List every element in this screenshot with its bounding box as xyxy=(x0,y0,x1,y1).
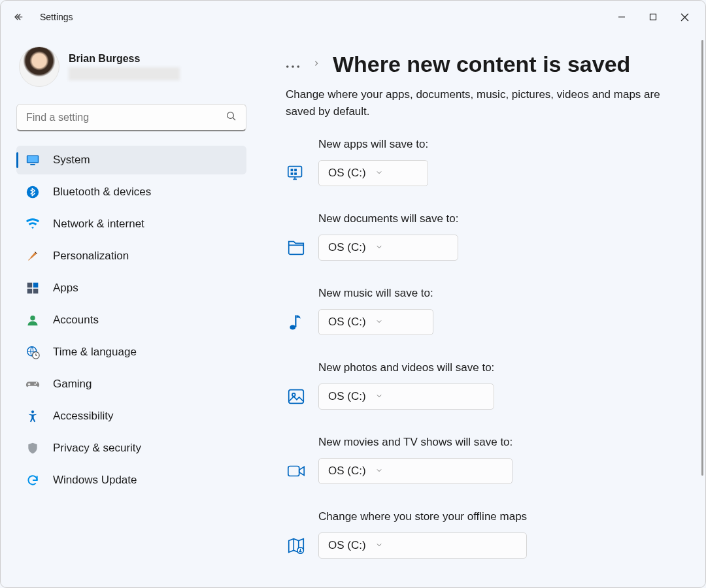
sidebar-item-personalization[interactable]: Personalization xyxy=(16,242,246,270)
sidebar-item-label: Privacy & security xyxy=(53,442,141,455)
svg-rect-24 xyxy=(291,172,294,175)
sidebar-item-label: Accounts xyxy=(53,314,99,327)
scrollbar[interactable] xyxy=(700,40,704,585)
map-icon xyxy=(286,535,307,556)
scrollbar-thumb[interactable] xyxy=(701,40,703,476)
user-account-row[interactable]: Brian Burgess xyxy=(16,46,246,87)
back-button[interactable] xyxy=(6,4,32,30)
folder-icon xyxy=(286,237,307,258)
breadcrumb-overflow-menu[interactable] xyxy=(286,57,300,73)
monitor-apps-icon xyxy=(286,163,307,184)
maximize-button[interactable] xyxy=(637,4,669,30)
sidebar-item-bluetooth[interactable]: Bluetooth & devices xyxy=(16,178,246,206)
movies-drive-dropdown[interactable]: OS (C:) xyxy=(318,458,513,484)
dropdown-value: OS (C:) xyxy=(328,316,366,329)
setting-label: New apps will save to: xyxy=(318,138,428,151)
sidebar-item-label: Accessibility xyxy=(53,410,114,423)
music-drive-dropdown[interactable]: OS (C:) xyxy=(318,309,433,335)
setting-movies: New movies and TV shows will save to: OS… xyxy=(286,436,675,484)
page-title: Where new content is saved xyxy=(333,52,630,77)
search-input[interactable] xyxy=(16,104,246,131)
sidebar-item-apps[interactable]: Apps xyxy=(16,274,246,302)
svg-point-15 xyxy=(35,384,36,385)
chevron-down-icon xyxy=(375,390,383,403)
chevron-down-icon xyxy=(375,465,383,478)
sidebar-item-accessibility[interactable]: Accessibility xyxy=(16,402,246,431)
back-arrow-icon xyxy=(13,11,25,23)
wifi-icon xyxy=(25,217,40,231)
gamepad-icon xyxy=(25,377,40,391)
shield-icon xyxy=(25,441,40,455)
svg-point-18 xyxy=(286,65,289,68)
dropdown-value: OS (C:) xyxy=(328,167,366,180)
svg-point-17 xyxy=(31,410,34,413)
dropdown-value: OS (C:) xyxy=(328,465,366,478)
svg-point-19 xyxy=(292,65,294,68)
maps-drive-dropdown[interactable]: OS (C:) xyxy=(318,532,527,559)
dropdown-value: OS (C:) xyxy=(328,241,366,254)
svg-rect-23 xyxy=(294,169,297,171)
display-icon xyxy=(25,153,40,167)
documents-drive-dropdown[interactable]: OS (C:) xyxy=(318,235,458,261)
setting-music: New music will save to: OS (C:) xyxy=(286,287,675,335)
sidebar-item-privacy[interactable]: Privacy & security xyxy=(16,434,246,463)
breadcrumb: Where new content is saved xyxy=(286,52,675,77)
setting-documents: New documents will save to: OS (C:) xyxy=(286,212,675,261)
setting-photos: New photos and videos will save to: OS (… xyxy=(286,361,675,410)
apps-drive-dropdown[interactable]: OS (C:) xyxy=(318,160,428,186)
picture-icon xyxy=(286,386,307,407)
update-icon xyxy=(25,473,40,487)
page-description: Change where your apps, documents, music… xyxy=(286,86,675,120)
sidebar-item-label: Time & language xyxy=(53,346,137,359)
avatar xyxy=(19,46,59,87)
person-icon xyxy=(25,313,40,327)
svg-rect-5 xyxy=(27,156,38,162)
brush-icon xyxy=(25,249,40,263)
svg-point-12 xyxy=(30,316,35,321)
sidebar-item-label: Gaming xyxy=(53,378,92,391)
svg-point-20 xyxy=(297,65,299,68)
chevron-right-icon xyxy=(313,59,320,71)
sidebar-item-network[interactable]: Network & internet xyxy=(16,210,246,238)
maximize-icon xyxy=(649,13,657,21)
setting-label: New movies and TV shows will save to: xyxy=(318,436,513,449)
sidebar-item-system[interactable]: System xyxy=(16,146,246,174)
svg-rect-11 xyxy=(33,289,39,294)
setting-maps: Change where you store your offline maps… xyxy=(286,510,675,559)
setting-label: New music will save to: xyxy=(318,287,433,300)
dropdown-value: OS (C:) xyxy=(328,539,366,552)
svg-rect-9 xyxy=(33,283,39,288)
svg-point-26 xyxy=(290,325,295,329)
sidebar: Brian Burgess System Bluetooth & devi xyxy=(1,33,256,587)
sidebar-item-windows-update[interactable]: Windows Update xyxy=(16,466,246,495)
sidebar-item-label: Windows Update xyxy=(53,474,137,487)
main-content: Where new content is saved Change where … xyxy=(256,33,705,587)
sidebar-item-label: Personalization xyxy=(53,250,129,263)
close-button[interactable] xyxy=(669,4,700,30)
titlebar: Settings xyxy=(1,1,705,33)
sidebar-item-label: Network & internet xyxy=(53,218,144,231)
apps-icon xyxy=(25,281,40,295)
setting-apps: New apps will save to: OS (C:) xyxy=(286,138,675,186)
music-note-icon xyxy=(286,312,307,333)
user-name: Brian Burgess xyxy=(69,53,180,65)
close-icon xyxy=(681,13,689,22)
photos-drive-dropdown[interactable]: OS (C:) xyxy=(318,384,494,410)
svg-rect-21 xyxy=(288,167,302,177)
chevron-down-icon xyxy=(375,241,383,254)
dropdown-value: OS (C:) xyxy=(328,390,366,403)
svg-rect-30 xyxy=(288,466,299,476)
sidebar-item-label: Bluetooth & devices xyxy=(53,186,151,199)
user-email-redacted xyxy=(69,67,180,80)
sidebar-item-gaming[interactable]: Gaming xyxy=(16,370,246,399)
svg-rect-28 xyxy=(289,390,304,404)
setting-label: New photos and videos will save to: xyxy=(318,361,494,374)
sidebar-item-time-language[interactable]: Time & language xyxy=(16,338,246,367)
sidebar-item-label: Apps xyxy=(53,282,78,295)
globe-clock-icon xyxy=(25,345,40,359)
sidebar-item-accounts[interactable]: Accounts xyxy=(16,306,246,335)
minimize-button[interactable] xyxy=(606,4,637,30)
search-wrap xyxy=(16,104,246,131)
svg-rect-22 xyxy=(291,169,294,171)
sidebar-nav: System Bluetooth & devices Network & int… xyxy=(16,146,246,495)
